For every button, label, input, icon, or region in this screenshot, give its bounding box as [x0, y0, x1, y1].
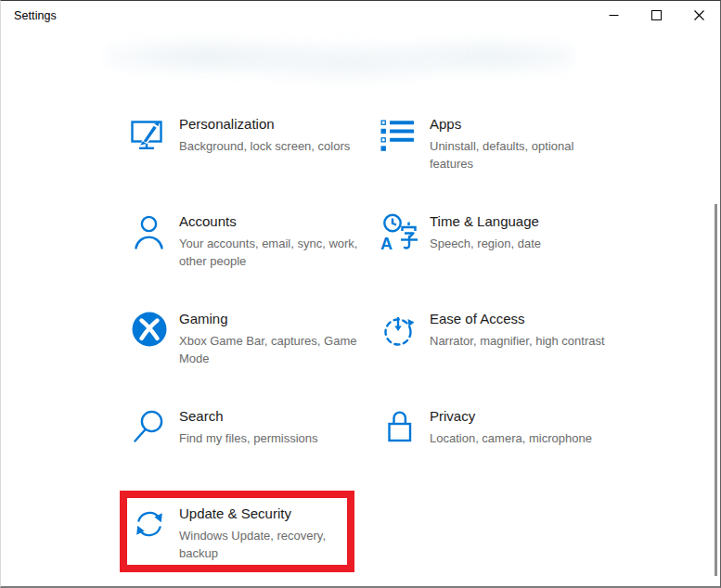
maximize-icon — [651, 10, 662, 20]
close-icon — [694, 10, 704, 20]
tile-subtitle: Background, lock screen, colors — [179, 137, 366, 155]
tile-title: Personalization — [179, 116, 370, 133]
ease-of-access-icon — [380, 309, 420, 350]
settings-category-grid: Personalization Background, lock screen,… — [120, 103, 621, 588]
update-security-icon — [129, 504, 170, 544]
personalization-icon — [129, 114, 170, 155]
tile-apps[interactable]: Apps Uninstall, defaults, optional featu… — [370, 103, 621, 200]
tile-subtitle: Xbox Game Bar, captures, Game Mode — [179, 332, 366, 367]
tile-personalization[interactable]: Personalization Background, lock screen,… — [120, 103, 370, 200]
privacy-icon — [380, 406, 420, 447]
tile-title: Time & Language — [430, 213, 621, 230]
close-button[interactable] — [677, 1, 720, 30]
time-language-icon: A — [380, 211, 420, 252]
tile-subtitle: Uninstall, defaults, optional features — [430, 137, 616, 173]
tile-accounts[interactable]: Accounts Your accounts, email, sync, wor… — [120, 200, 370, 298]
tile-title: Ease of Access — [430, 311, 621, 327]
window-title: Settings — [14, 9, 57, 22]
search-icon — [129, 406, 170, 447]
tile-gaming[interactable]: Gaming Xbox Game Bar, captures, Game Mod… — [120, 298, 370, 395]
maximize-button[interactable] — [635, 1, 677, 30]
tile-subtitle: Narrator, magnifier, high contrast — [430, 332, 616, 350]
gaming-icon — [129, 309, 170, 350]
window-controls — [592, 1, 720, 30]
tile-time-language[interactable]: A Time & Language Speech, region, date — [370, 200, 621, 298]
tile-title: Apps — [430, 116, 621, 133]
scrollbar[interactable] — [715, 204, 717, 576]
tile-title: Accounts — [179, 213, 370, 230]
tile-title: Update & Security — [179, 505, 370, 522]
minimize-button[interactable] — [592, 1, 635, 30]
tile-subtitle: Find my files, permissions — [179, 429, 366, 447]
titlebar: Settings — [1, 1, 720, 31]
accounts-icon — [129, 211, 170, 252]
settings-window: Settings — [0, 0, 721, 588]
tile-update-security[interactable]: Update & Security Windows Update, recove… — [120, 492, 370, 588]
svg-text:A: A — [380, 235, 393, 252]
tile-title: Gaming — [179, 311, 370, 327]
apps-icon — [380, 114, 420, 155]
tile-title: Privacy — [430, 408, 621, 425]
blurred-header-watermark — [105, 31, 573, 88]
tile-title: Search — [179, 408, 370, 425]
tile-subtitle: Speech, region, date — [430, 235, 616, 252]
tile-subtitle: Your accounts, email, sync, work, other … — [179, 235, 366, 270]
tile-subtitle: Location, camera, microphone — [430, 429, 616, 447]
minimize-icon — [609, 10, 619, 20]
tile-search[interactable]: Search Find my files, permissions — [120, 395, 370, 492]
tile-privacy[interactable]: Privacy Location, camera, microphone — [370, 395, 621, 492]
tile-ease-of-access[interactable]: Ease of Access Narrator, magnifier, high… — [370, 298, 621, 395]
tile-subtitle: Windows Update, recovery, backup — [179, 527, 366, 562]
